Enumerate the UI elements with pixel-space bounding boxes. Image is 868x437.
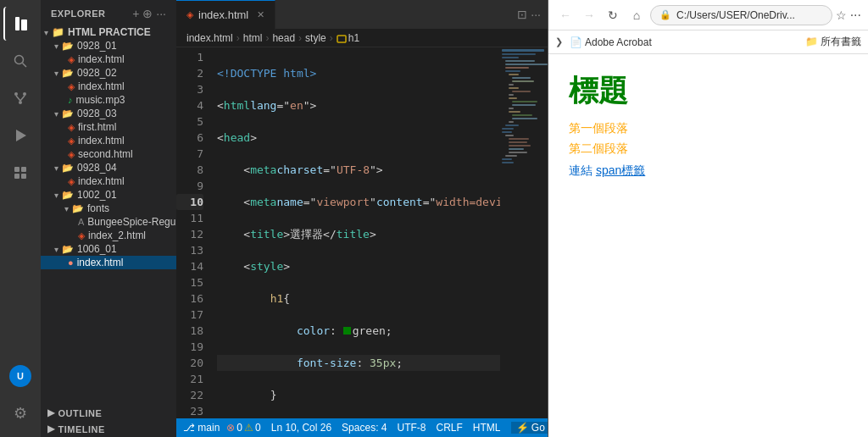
minimap[interactable] xyxy=(500,47,548,418)
bookmark-star-icon[interactable]: ☆ xyxy=(836,8,847,22)
svg-point-4 xyxy=(14,92,18,96)
svg-line-3 xyxy=(23,64,27,68)
outline-panel-header[interactable]: ▶ OUTLINE xyxy=(41,405,176,421)
folder-icon: 📁 xyxy=(805,36,818,47)
address-bar[interactable]: 🔒 C:/Users/USER/OneDriv... xyxy=(650,5,832,25)
svg-rect-44 xyxy=(509,148,524,150)
folder-0928-01[interactable]: ▾ 📂 0928_01 xyxy=(41,39,176,53)
preview-heading: 標題 xyxy=(569,71,848,111)
explorer-icon[interactable] xyxy=(3,7,37,41)
new-folder-icon[interactable]: ⊕ xyxy=(142,7,153,20)
tab-label: index.html xyxy=(198,8,248,21)
preview-pane: ← → ↻ ⌂ 🔒 C:/Users/USER/OneDriv... ☆ ···… xyxy=(548,0,868,437)
more-tab-actions-icon[interactable]: ··· xyxy=(531,8,541,21)
svg-rect-28 xyxy=(509,94,514,96)
breadcrumb-style[interactable]: style xyxy=(305,32,326,44)
status-encoding[interactable]: UTF-8 xyxy=(397,422,426,434)
status-language[interactable]: HTML xyxy=(473,422,501,434)
activity-bottom: U ⚙ xyxy=(3,359,37,437)
status-spaces[interactable]: Spaces: 4 xyxy=(342,422,387,434)
error-count: 0 xyxy=(236,422,242,434)
svg-rect-21 xyxy=(505,70,520,72)
svg-marker-9 xyxy=(16,130,26,141)
nav-forward-button[interactable]: → xyxy=(579,5,599,25)
line-numbers: 12345 678910 1112131415 1617181920 21222… xyxy=(176,47,210,418)
file-0928-02-index[interactable]: ◈ index.html xyxy=(41,80,176,93)
status-position[interactable]: Ln 10, Col 26 xyxy=(271,422,331,434)
breadcrumb-head[interactable]: head xyxy=(272,32,295,44)
svg-rect-18 xyxy=(505,60,535,62)
preview-paragraph1: 第一個段落 xyxy=(569,121,848,136)
file-index2-html[interactable]: ◈ index_2.html xyxy=(41,229,176,242)
editor-area: ◈ index.html ✕ ⊡ ··· index.html › html ›… xyxy=(176,0,548,437)
file-0928-02-music[interactable]: ♪ music.mp3 xyxy=(41,93,176,107)
search-icon[interactable] xyxy=(3,44,37,78)
warning-icon: ⚠ xyxy=(244,422,253,434)
source-control-icon[interactable] xyxy=(3,81,37,115)
file-0928-01-index[interactable]: ◈ index.html xyxy=(41,53,176,66)
file-0928-04-index[interactable]: ◈ index.html xyxy=(41,174,176,188)
activity-bar: U ⚙ xyxy=(0,0,41,437)
file-tree: ▾ 📁 HTML PRACTICE ▾ 📂 0928_01 ◈ index.ht… xyxy=(41,24,176,271)
file-second-html[interactable]: ◈ second.html xyxy=(41,147,176,161)
svg-rect-22 xyxy=(509,74,519,75)
file-bungee[interactable]: A BungeeSpice-Regu... xyxy=(41,215,176,229)
folder-1006-01[interactable]: ▾ 📂 1006_01 xyxy=(41,242,176,256)
warning-count: 0 xyxy=(255,422,261,434)
breadcrumb-h1[interactable]: h1 xyxy=(337,32,359,44)
tab-index-html[interactable]: ◈ index.html ✕ xyxy=(176,0,275,30)
folder-0928-02[interactable]: ▾ 📂 0928_02 xyxy=(41,66,176,80)
nav-back-button[interactable]: ← xyxy=(555,5,576,25)
svg-rect-46 xyxy=(505,155,517,157)
status-errors[interactable]: ⊗ 0 ⚠ 0 xyxy=(226,422,260,434)
file-first-html[interactable]: ◈ first.html xyxy=(41,120,176,134)
svg-rect-27 xyxy=(512,91,531,92)
home-button[interactable]: ⌂ xyxy=(626,5,647,25)
run-icon[interactable] xyxy=(3,119,37,152)
svg-rect-41 xyxy=(509,138,529,140)
tree-root-html-practice[interactable]: ▾ 📁 HTML PRACTICE xyxy=(41,25,176,39)
error-icon: ⊗ xyxy=(226,422,235,434)
settings-icon[interactable]: ⚙ xyxy=(3,396,37,430)
editor-tabs: ◈ index.html ✕ ⊡ ··· xyxy=(176,0,548,30)
all-bookmarks-button[interactable]: 📁 所有書籤 xyxy=(805,35,861,49)
svg-rect-19 xyxy=(505,64,548,65)
breadcrumb-html[interactable]: html xyxy=(243,32,263,44)
account-icon[interactable]: U xyxy=(3,359,37,393)
timeline-panel-header[interactable]: ▶ TIMELINE xyxy=(41,421,176,437)
folder-1002-01[interactable]: ▾ 📂 1002_01 xyxy=(41,188,176,202)
status-line-ending[interactable]: CRLF xyxy=(436,422,462,434)
file-1006-01-index[interactable]: ● index.html xyxy=(41,256,176,269)
svg-rect-10 xyxy=(14,167,19,172)
preview-paragraph2: 第二個段落 xyxy=(569,141,848,157)
new-file-icon[interactable]: + xyxy=(132,7,139,20)
code-editor[interactable]: <!DOCTYPE html> <html lang="en"> <head> … xyxy=(210,47,500,418)
breadcrumb-file[interactable]: index.html xyxy=(186,32,233,44)
svg-rect-35 xyxy=(512,118,537,119)
preview-link-container: 連結 span標籤 xyxy=(569,163,848,179)
adobe-favicon-icon: 📄 xyxy=(570,36,582,48)
reload-button[interactable]: ↻ xyxy=(603,5,623,25)
svg-rect-14 xyxy=(337,36,346,42)
svg-rect-38 xyxy=(502,128,514,130)
svg-point-5 xyxy=(23,92,26,96)
svg-rect-30 xyxy=(512,101,537,102)
status-branch-icon[interactable]: ⎇ main xyxy=(183,422,220,434)
close-tab-icon[interactable]: ✕ xyxy=(257,9,264,20)
go-live-button[interactable]: ⚡ Go Live xyxy=(511,422,548,434)
more-options-icon[interactable]: ··· xyxy=(156,7,166,20)
split-editor-icon[interactable]: ⊡ xyxy=(517,8,527,21)
folder-fonts[interactable]: ▾ 📂 fonts xyxy=(41,202,176,215)
folder-0928-04[interactable]: ▾ 📂 0928_04 xyxy=(41,161,176,174)
svg-rect-0 xyxy=(15,17,19,30)
preview-more-icon[interactable]: ··· xyxy=(850,8,861,23)
file-0928-03-index[interactable]: ◈ index.html xyxy=(41,134,176,147)
svg-line-7 xyxy=(16,96,20,101)
bookmark-sidebar-icon[interactable]: ❯ xyxy=(555,36,563,47)
folder-0928-03[interactable]: ▾ 📂 0928_03 xyxy=(41,107,176,120)
svg-rect-24 xyxy=(512,80,534,82)
extensions-icon[interactable] xyxy=(3,156,37,190)
preview-link[interactable]: 連結 span標籤 xyxy=(569,163,645,177)
bookmark-adobe[interactable]: 📄 Adobe Acrobat xyxy=(570,36,652,48)
svg-rect-42 xyxy=(509,141,527,143)
